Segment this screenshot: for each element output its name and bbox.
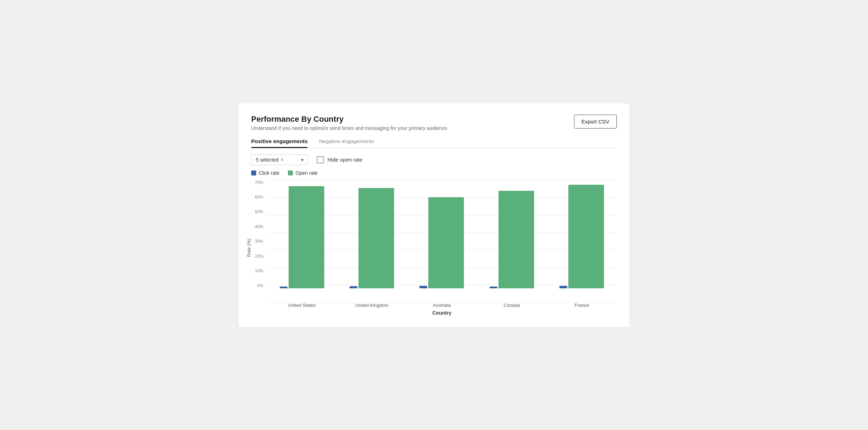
page-subtitle: Understand if you need to optimize send … <box>251 125 448 131</box>
x-labels: United StatesUnited KingdomAustraliaCana… <box>267 303 617 308</box>
click-rate-bar <box>559 286 567 288</box>
y-axis-label: 10% <box>255 268 263 273</box>
x-axis-label: Australia <box>419 303 465 308</box>
bars-container <box>267 180 617 301</box>
y-axis-title: Rate (%) <box>246 238 252 257</box>
y-axis-label: 30% <box>255 239 263 244</box>
y-axis-label: 20% <box>255 254 263 259</box>
x-axis-label: Canada <box>489 303 535 308</box>
chart-inner: United StatesUnited KingdomAustraliaCana… <box>267 180 617 316</box>
y-axis-label: 40% <box>255 224 263 229</box>
open-rate-bar <box>289 186 324 288</box>
tab-negative-engagements[interactable]: Negative engagements <box>319 138 374 148</box>
performance-card: Performance By Country Understand if you… <box>238 103 630 327</box>
chart-area: 0%10%20%30%40%50%60%70% Rate (%) United … <box>251 180 617 316</box>
legend-click-rate: Click rate <box>251 170 279 176</box>
bar-group <box>490 191 534 288</box>
bar-group <box>280 186 324 288</box>
export-csv-button[interactable]: Export CSV <box>574 115 617 129</box>
chevron-down-icon: ▾ <box>301 157 304 163</box>
click-rate-bar <box>490 287 497 288</box>
legend-open-rate: Open rate <box>288 170 317 176</box>
x-axis-label: United States <box>279 303 325 308</box>
grid-line <box>267 303 617 303</box>
bar-group <box>350 188 394 288</box>
hide-open-rate-checkbox[interactable] <box>317 156 324 163</box>
open-rate-label: Open rate <box>295 170 317 176</box>
click-rate-label: Click rate <box>259 170 279 176</box>
y-axis-label: 70% <box>255 180 263 185</box>
open-rate-bar <box>428 197 464 288</box>
y-axis-label: 50% <box>255 209 263 214</box>
clear-selection-button[interactable]: × <box>281 157 284 163</box>
selected-count: 5 selected × <box>256 157 284 163</box>
click-rate-dot <box>251 171 256 175</box>
open-rate-dot <box>288 171 293 175</box>
tabs-container: Positive engagements Negative engagement… <box>251 138 617 148</box>
x-axis-label: France <box>559 303 605 308</box>
x-axis-title: Country <box>267 310 617 316</box>
bar-group <box>419 197 464 288</box>
title-group: Performance By Country Understand if you… <box>251 115 448 131</box>
open-rate-bar <box>568 185 604 288</box>
y-axis-label: 0% <box>257 283 263 288</box>
open-rate-bar <box>358 188 394 288</box>
x-axis-label: United Kingdom <box>349 303 395 308</box>
hide-open-rate-toggle[interactable]: Hide open rate <box>317 156 362 163</box>
controls-row: 5 selected × ▾ Hide open rate <box>251 154 617 165</box>
click-rate-bar <box>350 286 357 288</box>
header-row: Performance By Country Understand if you… <box>251 115 617 131</box>
click-rate-bar <box>280 287 288 288</box>
country-select-dropdown[interactable]: 5 selected × ▾ <box>251 154 308 165</box>
y-axis: 0%10%20%30%40%50%60%70% <box>251 180 267 301</box>
chart-legend: Click rate Open rate <box>251 170 617 176</box>
bar-group <box>559 185 604 288</box>
click-rate-bar <box>419 286 427 288</box>
tab-positive-engagements[interactable]: Positive engagements <box>251 138 308 148</box>
open-rate-bar <box>498 191 534 288</box>
page-title: Performance By Country <box>251 115 448 124</box>
y-axis-label: 60% <box>255 195 263 200</box>
y-axis-container: 0%10%20%30%40%50%60%70% Rate (%) <box>251 180 267 316</box>
hide-open-rate-label: Hide open rate <box>327 157 362 163</box>
